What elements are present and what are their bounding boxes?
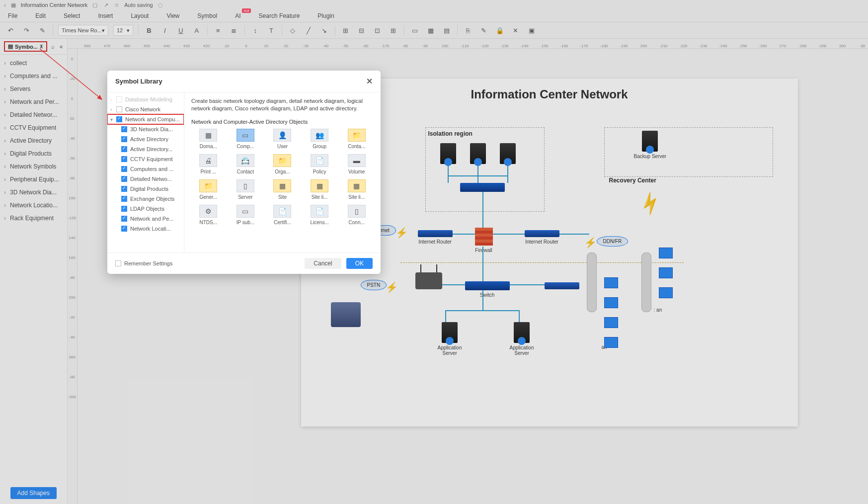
remember-settings[interactable]: Remember Settings bbox=[115, 260, 172, 266]
lock-icon[interactable]: 🔒 bbox=[494, 25, 505, 36]
tree-item[interactable]: Network and Pe... bbox=[107, 214, 184, 224]
menu-edit[interactable]: Edit bbox=[33, 11, 48, 20]
symbols-tab[interactable]: ▤ Symbo... ⊼ bbox=[4, 41, 47, 52]
sidebar-item[interactable]: Active Directory bbox=[0, 134, 67, 147]
align-obj-icon[interactable]: ⊡ bbox=[372, 25, 383, 36]
align-v-icon[interactable]: ≣ bbox=[229, 25, 239, 36]
symbol-cell[interactable]: ▦Site li... bbox=[303, 179, 337, 200]
symbol-cell[interactable]: 👥Group bbox=[303, 129, 337, 149]
tree-item[interactable]: Detailed Netwo... bbox=[107, 174, 184, 184]
symbol-cell[interactable]: 👤User bbox=[265, 129, 300, 149]
symbol-cell[interactable]: ▯Conn... bbox=[339, 205, 374, 225]
symbol-cell[interactable]: ▦Doma... bbox=[191, 129, 226, 149]
tree-item[interactable]: Active Directory... bbox=[107, 144, 184, 154]
bold-icon[interactable]: B bbox=[144, 25, 155, 36]
tree-item[interactable]: Computers and ... bbox=[107, 164, 184, 174]
sidebar-item[interactable]: Peripheral Equip... bbox=[0, 173, 67, 186]
menu-symbol[interactable]: Symbol bbox=[195, 11, 219, 20]
symbol-cell[interactable]: 📇Contact bbox=[229, 154, 263, 174]
sidebar-item[interactable]: 3D Network Dia... bbox=[0, 186, 67, 199]
checkbox-icon[interactable] bbox=[121, 196, 127, 202]
checkbox-icon[interactable] bbox=[116, 96, 122, 102]
symbol-cell[interactable]: 📁Gener... bbox=[191, 179, 226, 200]
insert-chart-icon[interactable]: ▤ bbox=[441, 25, 452, 36]
cancel-button[interactable]: Cancel bbox=[305, 258, 341, 269]
checkbox-icon[interactable] bbox=[116, 116, 122, 122]
checkbox-icon[interactable] bbox=[121, 126, 127, 132]
group-icon[interactable]: ⊞ bbox=[340, 25, 351, 36]
back-icon[interactable]: ‹ bbox=[4, 2, 6, 8]
redo-icon[interactable]: ↷ bbox=[21, 25, 32, 36]
symbol-cell[interactable]: 📁Orga... bbox=[265, 154, 300, 174]
sidebar-item[interactable]: CCTV Equipment bbox=[0, 121, 67, 134]
tree-item[interactable]: Database Modeling bbox=[107, 94, 184, 104]
tree-item[interactable]: Network and Compu... bbox=[107, 114, 184, 124]
sidebar-item[interactable]: Servers bbox=[0, 83, 67, 95]
checkbox-icon[interactable] bbox=[121, 166, 127, 172]
search-icon[interactable]: ⌕ bbox=[51, 43, 55, 50]
ok-button[interactable]: OK bbox=[346, 258, 373, 269]
checkbox-icon[interactable] bbox=[121, 206, 127, 212]
symbol-cell[interactable]: 🖨Print ... bbox=[191, 154, 226, 174]
checkbox-icon[interactable] bbox=[121, 186, 127, 192]
menu-file[interactable]: File bbox=[6, 11, 19, 20]
italic-icon[interactable]: I bbox=[159, 25, 170, 36]
symbol-cell[interactable]: 📄Policy bbox=[303, 154, 337, 174]
align-h-icon[interactable]: ≡ bbox=[213, 25, 224, 36]
line-spacing-icon[interactable]: ↕ bbox=[250, 25, 261, 36]
sidebar-item[interactable]: collect bbox=[0, 57, 67, 70]
tree-item[interactable]: Digital Products bbox=[107, 184, 184, 194]
symbol-cell[interactable]: ▭IP sub... bbox=[229, 205, 263, 225]
font-size-select[interactable]: 12▾ bbox=[113, 25, 133, 36]
fill-icon[interactable]: ◇ bbox=[287, 25, 298, 36]
close-icon[interactable]: ✕ bbox=[366, 77, 373, 86]
text-tool-icon[interactable]: T bbox=[266, 25, 277, 36]
wrench-icon[interactable]: ✕ bbox=[510, 25, 521, 36]
symbol-cell[interactable]: 📄Licens... bbox=[303, 205, 337, 225]
share-icon[interactable]: ↗ bbox=[102, 1, 109, 8]
menu-insert[interactable]: Insert bbox=[96, 11, 115, 20]
checkbox-icon[interactable] bbox=[121, 216, 127, 222]
symbol-cell[interactable]: ▬Volume bbox=[339, 154, 374, 174]
symbol-cell[interactable]: ▦Site li... bbox=[339, 179, 374, 200]
checkbox-icon[interactable] bbox=[121, 156, 127, 162]
checkbox-icon[interactable] bbox=[121, 136, 127, 142]
checkbox-icon[interactable] bbox=[121, 226, 127, 232]
symbol-cell[interactable]: ▦Site bbox=[265, 179, 300, 200]
symbol-cell[interactable]: 📁Conta... bbox=[339, 129, 374, 149]
undo-icon[interactable]: ↶ bbox=[5, 25, 16, 36]
menu-layout[interactable]: Layout bbox=[129, 11, 151, 20]
symbol-cell[interactable]: ▭Comp... bbox=[229, 129, 263, 149]
menu-search[interactable]: Search Feature bbox=[257, 11, 302, 20]
line-icon[interactable]: ╱ bbox=[303, 25, 314, 36]
menu-select[interactable]: Select bbox=[62, 11, 82, 20]
sidebar-item[interactable]: Network and Per... bbox=[0, 95, 67, 108]
sidebar-item[interactable]: Rack Equipment bbox=[0, 212, 67, 225]
checkbox-icon[interactable] bbox=[121, 146, 127, 152]
connector-icon[interactable]: ↘ bbox=[319, 25, 330, 36]
symbol-cell[interactable]: ⚙NTDS... bbox=[191, 205, 226, 225]
save-icon[interactable]: ▢ bbox=[91, 1, 98, 8]
preview-icon[interactable]: ▣ bbox=[526, 25, 537, 36]
tree-item[interactable]: Cisco Network bbox=[107, 104, 184, 114]
checkbox-icon[interactable] bbox=[121, 176, 127, 182]
symbol-cell[interactable]: ▯Server bbox=[229, 179, 263, 200]
insert-table-icon[interactable]: ▦ bbox=[425, 25, 436, 36]
add-shapes-button[interactable]: Add Shapes bbox=[10, 487, 57, 499]
collapse-icon[interactable]: « bbox=[60, 43, 63, 50]
tree-item[interactable]: Exchange Objects bbox=[107, 194, 184, 204]
insert-image-icon[interactable]: ▭ bbox=[409, 25, 420, 36]
sidebar-item[interactable]: Computers and ... bbox=[0, 70, 67, 83]
checkbox-icon[interactable] bbox=[115, 260, 121, 266]
menu-ai[interactable]: AIhot bbox=[233, 11, 242, 20]
sidebar-item[interactable]: Digital Products bbox=[0, 147, 67, 160]
sidebar-item[interactable]: Detailed Networ... bbox=[0, 108, 67, 121]
tree-item[interactable]: CCTV Equipment bbox=[107, 154, 184, 164]
sidebar-list[interactable]: collectComputers and ...ServersNetwork a… bbox=[0, 55, 67, 482]
tree-item[interactable]: Network Locati... bbox=[107, 224, 184, 234]
modal-tree[interactable]: Database ModelingCisco NetworkNetwork an… bbox=[107, 92, 184, 252]
note-icon[interactable]: ✎ bbox=[478, 25, 489, 36]
tree-item[interactable]: LDAP Objects bbox=[107, 204, 184, 214]
menu-plugin[interactable]: Plugin bbox=[316, 11, 336, 20]
tree-item[interactable]: Active Directory bbox=[107, 134, 184, 144]
